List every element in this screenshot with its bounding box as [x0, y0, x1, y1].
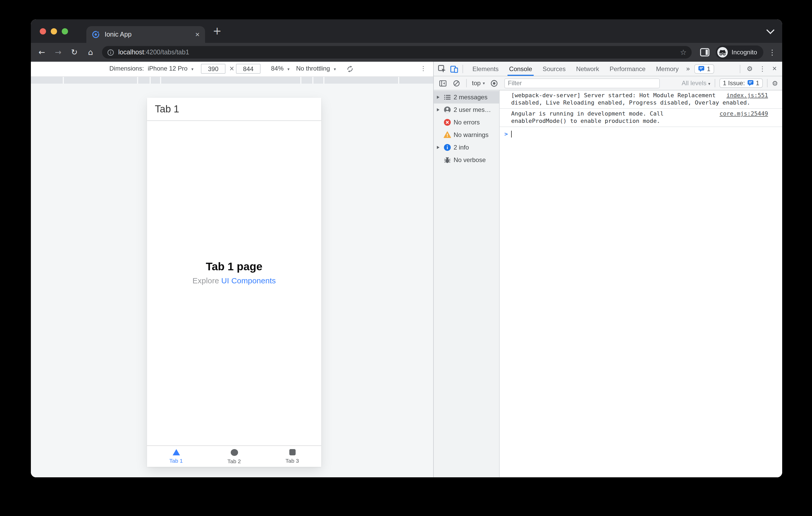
subtitle-text: Explore: [193, 276, 219, 285]
browser-menu-icon[interactable]: ⋮: [768, 48, 776, 57]
console-messages: [webpack-dev-server] Server started: Hot…: [500, 90, 782, 477]
incognito-label: Incognito: [732, 49, 757, 56]
app-content: Tab 1 page Explore UI Components: [147, 121, 321, 446]
device-toolbar: Dimensions: iPhone 12 Pro ▾ × 84% ▾ No t…: [31, 62, 433, 77]
devtools-pane: ElementsConsoleSourcesNetworkPerformance…: [434, 62, 782, 477]
console-prompt[interactable]: >: [500, 127, 782, 138]
console-issues-counter[interactable]: 1 Issue: 1: [719, 79, 763, 88]
browser-tab[interactable]: Ionic App ✕: [86, 26, 205, 43]
device-toolbar-menu-icon[interactable]: ⋮: [420, 62, 427, 76]
warning-icon: [443, 131, 451, 139]
new-tab-button[interactable]: +: [211, 23, 224, 39]
bookmark-star-icon[interactable]: ☆: [680, 48, 687, 57]
address-bar[interactable]: localhost:4200/tabs/tab1 ☆: [102, 46, 692, 59]
maximize-window-button[interactable]: [62, 28, 68, 34]
main-area: Dimensions: iPhone 12 Pro ▾ × 84% ▾ No t…: [31, 62, 782, 477]
page-subtitle: Explore UI Components: [147, 276, 321, 285]
source-location-link[interactable]: index.js:551: [726, 92, 768, 99]
throttling-selector[interactable]: No throttling ▾: [296, 62, 336, 76]
app-tab-label: Tab 1: [169, 457, 182, 464]
back-button[interactable]: ←: [35, 45, 49, 59]
devtools-tab-performance[interactable]: Performance: [604, 62, 650, 76]
clear-console-icon[interactable]: [451, 80, 462, 87]
tab-close-icon[interactable]: ✕: [195, 31, 200, 38]
devtools-tab-console[interactable]: Console: [504, 62, 537, 76]
devtools-tab-sources[interactable]: Sources: [537, 62, 571, 76]
app-tab-bar: Tab 1Tab 2Tab 3: [147, 446, 321, 467]
browser-window: Ionic App ✕ + ← → ↻ ⌂ localhost:4200/t: [31, 19, 782, 477]
device-width-input[interactable]: [201, 64, 226, 74]
console-toolbar: top ▾ All levels ▾: [434, 76, 782, 90]
window-controls: [40, 28, 68, 34]
inspect-element-icon[interactable]: [438, 65, 446, 73]
incognito-spy-icon: [718, 47, 728, 58]
home-button[interactable]: ⌂: [84, 45, 97, 59]
dimensions-times-label: ×: [229, 62, 234, 76]
page-title: Tab 1 page: [147, 260, 321, 273]
device-selector[interactable]: Dimensions: iPhone 12 Pro ▾: [109, 62, 194, 76]
device-toolbar-toggle-icon[interactable]: [450, 65, 458, 73]
triangle-icon: [172, 449, 180, 455]
media-query-bar[interactable]: [31, 77, 433, 84]
devtools-menu-icon[interactable]: ⋮: [759, 65, 766, 73]
app-tab-tab-1[interactable]: Tab 1: [147, 446, 205, 467]
app-tab-tab-3[interactable]: Tab 3: [263, 446, 321, 467]
sidebar-filter-2-messages[interactable]: 2 messages: [434, 91, 499, 103]
sidebar-filter-no-verbose[interactable]: No verbose: [434, 154, 499, 166]
minimize-window-button[interactable]: [51, 28, 57, 34]
tab-title: Ionic App: [105, 31, 195, 38]
browser-toolbar: ← → ↻ ⌂ localhost:4200/tabs/tab1 ☆: [31, 43, 782, 62]
source-location-link[interactable]: core.mjs:25449: [720, 110, 768, 117]
devtools-tab-memory[interactable]: Memory: [651, 62, 684, 76]
devtools-tab-network[interactable]: Network: [571, 62, 604, 76]
app-tab-tab-2[interactable]: Tab 2: [205, 446, 263, 467]
zoom-selector[interactable]: 84% ▾: [271, 62, 290, 76]
tab-strip: Ionic App ✕ +: [31, 19, 782, 43]
reload-button[interactable]: ↻: [67, 45, 81, 59]
sidebar-filter-label: No warnings: [454, 131, 488, 139]
forward-button[interactable]: →: [51, 45, 65, 59]
prompt-chevron-icon: >: [504, 131, 508, 138]
console-settings-icon[interactable]: ⚙: [772, 79, 778, 87]
disclosure-triangle-icon[interactable]: [436, 146, 440, 149]
device-height-input[interactable]: [236, 64, 261, 74]
ionic-favicon-icon: [92, 30, 100, 39]
sidebar-filter-no-warnings[interactable]: No warnings: [434, 129, 499, 141]
devtools-settings-icon[interactable]: ⚙: [747, 65, 753, 73]
log-levels-selector[interactable]: All levels ▾: [682, 80, 710, 87]
console-message-line: [webpack-dev-server] Server started: Hot…: [511, 92, 725, 99]
issues-counter[interactable]: 1: [694, 64, 714, 73]
bug-icon: [443, 156, 451, 164]
console-message-line: enableProdMode() to enable production mo…: [511, 117, 725, 124]
sidebar-filter-label: 2 user mes…: [454, 106, 491, 114]
console-message-line: disabled, Live Reloading enabled, Progre…: [511, 99, 725, 106]
disclosure-triangle-icon[interactable]: [436, 96, 440, 99]
side-panel-icon[interactable]: [700, 48, 710, 57]
devtools-tabs: ElementsConsoleSourcesNetworkPerformance…: [467, 62, 684, 76]
list-icon: [443, 94, 451, 101]
site-info-icon[interactable]: [107, 49, 114, 56]
console-message-line: Angular is running in development mode. …: [511, 110, 725, 117]
hide-console-sidebar-icon[interactable]: [437, 79, 448, 87]
close-window-button[interactable]: [40, 28, 46, 34]
app-header: Tab 1: [147, 98, 321, 121]
sidebar-filter-no-errors[interactable]: No errors: [434, 116, 499, 129]
more-tabs-icon[interactable]: »: [686, 65, 690, 73]
tab-search-chevron-icon[interactable]: [766, 26, 774, 34]
app-tab-label: Tab 2: [227, 458, 241, 464]
ui-components-link[interactable]: UI Components: [221, 276, 276, 285]
screen-background: Ionic App ✕ + ← → ↻ ⌂ localhost:4200/t: [0, 0, 812, 516]
issues-text: 1 Issue:: [723, 80, 745, 87]
url-host: localhost: [118, 49, 144, 56]
app-tab-label: Tab 3: [285, 457, 299, 464]
devtools-tab-elements[interactable]: Elements: [467, 62, 504, 76]
devtools-close-icon[interactable]: ✕: [772, 65, 777, 72]
live-expression-eye-icon[interactable]: [490, 79, 498, 87]
user-icon: [443, 106, 451, 114]
sidebar-filter-2-user-mes-[interactable]: 2 user mes…: [434, 103, 499, 116]
javascript-context-selector[interactable]: top ▾: [472, 80, 485, 87]
disclosure-triangle-icon[interactable]: [436, 108, 440, 111]
console-filter-input[interactable]: [504, 78, 660, 88]
rotate-device-icon[interactable]: [346, 65, 354, 73]
sidebar-filter-2-info[interactable]: 2 info: [434, 141, 499, 154]
